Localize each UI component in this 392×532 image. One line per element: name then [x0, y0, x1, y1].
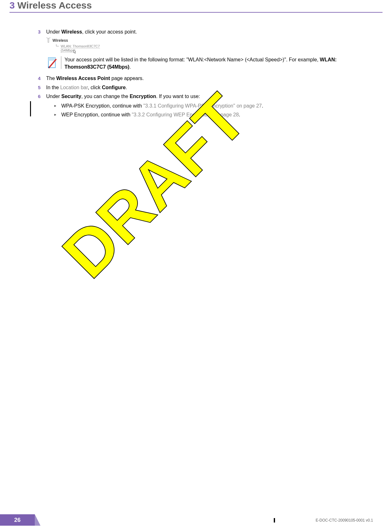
page-header: 3 Wireless Access [9, 0, 383, 13]
text: , click [88, 85, 102, 90]
note-text: Your access point will be listed in the … [64, 56, 354, 71]
text: . If you want to use: [156, 94, 200, 99]
step-number: 3 [38, 28, 46, 35]
text: , you can change the [81, 94, 130, 99]
step-6: 6 Under Security, you can change the Enc… [38, 93, 354, 120]
wlan-link: WLAN: Thomson83C7C7 [61, 44, 100, 48]
list-item: ▸ WPA-PSK Encryption, continue with "3.3… [54, 102, 354, 110]
note-icon [46, 56, 58, 69]
step-body: Under Security, you can change the Encry… [46, 93, 354, 120]
note-icon-container [46, 56, 61, 69]
text: Under [46, 94, 61, 99]
bullet-icon: ▸ [54, 102, 61, 110]
page-content: 3 Under Wireless, click your access poin… [38, 28, 354, 121]
antenna-icon [46, 37, 51, 44]
page-number: 26 [14, 517, 21, 523]
tree-branch-icon [56, 44, 59, 48]
cursor-icon [72, 49, 77, 54]
encryption-options-list: ▸ WPA-PSK Encryption, continue with "3.3… [54, 102, 354, 119]
page-footer: 26 E-DOC-CTC-20090105-0001 v0.1 [0, 513, 392, 526]
list-item-text: WEP Encryption, continue with "3.3.2 Con… [61, 111, 240, 119]
doc-id: E-DOC-CTC-20090105-0001 v0.1 [316, 518, 373, 523]
step-body: In the Location bar, click Configure. [46, 84, 354, 91]
note-block: Your access point will be listed in the … [46, 56, 354, 71]
text: page appears. [110, 76, 144, 81]
wireless-tree-illustration: Wireless WLAN: Thomson83C7C7 (54Mbps) [46, 37, 354, 53]
svg-rect-0 [48, 38, 49, 42]
bold-text: Wireless [61, 29, 82, 34]
text: WPA-PSK Encryption, continue with [61, 103, 143, 108]
chapter-name: Wireless Access [17, 0, 92, 10]
page-number-tab: 26 [0, 514, 35, 526]
tree-item-row: WLAN: Thomson83C7C7 (54Mbps) [56, 44, 354, 53]
text: Your access point will be listed in the … [64, 57, 320, 62]
tree-root: Wireless [46, 37, 354, 44]
cross-reference-link[interactable]: "3.3.2 Configuring WEP Encryption" on pa… [132, 112, 239, 117]
step-number: 5 [38, 84, 46, 91]
bold-text: Configure [102, 85, 126, 90]
text: . [262, 103, 263, 108]
step-number: 4 [38, 75, 46, 82]
bold-text: Encryption [130, 94, 156, 99]
text: In the [46, 85, 60, 90]
tree-label: Wireless [52, 38, 68, 43]
step-5: 5 In the Location bar, click Configure. [38, 84, 354, 91]
text: . [129, 64, 131, 70]
step-body: Under Wireless, click your access point. [46, 28, 354, 35]
text: . [239, 112, 240, 117]
grey-link: Location bar [60, 85, 88, 90]
step-3: 3 Under Wireless, click your access poin… [38, 28, 354, 35]
step-number: 6 [38, 93, 46, 120]
chapter-title: 3 Wireless Access [9, 0, 383, 11]
list-item: ▸ WEP Encryption, continue with "3.3.2 C… [54, 111, 354, 119]
text: Under [46, 29, 61, 34]
step-body: The Wireless Access Point page appears. [46, 75, 354, 82]
bullet-icon: ▸ [54, 111, 61, 119]
cross-reference-link[interactable]: "3.3.1 Configuring WPA-PSK Encryption" o… [143, 103, 262, 108]
text: WEP Encryption, continue with [61, 112, 132, 117]
bold-text: Wireless Access Point [56, 76, 110, 81]
change-bar [30, 101, 31, 116]
footer-change-mark [274, 518, 275, 523]
text: The [46, 76, 56, 81]
bold-text: Security [61, 94, 81, 99]
tree-item-text: WLAN: Thomson83C7C7 (54Mbps) [61, 44, 100, 53]
list-item-text: WPA-PSK Encryption, continue with "3.3.1… [61, 102, 263, 110]
text: . [126, 85, 127, 90]
text: , click your access point. [82, 29, 137, 34]
chapter-number: 3 [9, 0, 15, 10]
step-4: 4 The Wireless Access Point page appears… [38, 75, 354, 82]
